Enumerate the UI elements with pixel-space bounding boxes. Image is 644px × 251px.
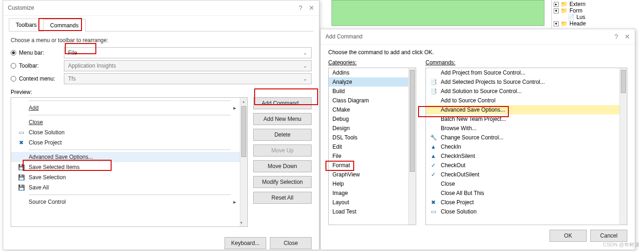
tab-commands[interactable]: Commands xyxy=(43,19,85,31)
help-icon[interactable]: ? xyxy=(614,33,618,40)
command-item[interactable]: Close All But This xyxy=(426,188,619,198)
scrollbar[interactable] xyxy=(619,68,627,225)
add-menu-button[interactable]: Add New Menu xyxy=(253,113,312,125)
scroll-up-icon[interactable]: ▴ xyxy=(240,98,247,105)
move-up-button[interactable]: Move Up xyxy=(253,144,312,157)
menu-item-close[interactable]: Close xyxy=(11,117,240,127)
command-icon: ✓ xyxy=(430,162,437,169)
choose-label: Choose a menu or toolbar to rearrange: xyxy=(11,37,312,44)
category-item[interactable]: Analyze xyxy=(329,77,416,87)
scrollbar[interactable] xyxy=(408,68,416,225)
help-icon[interactable]: ? xyxy=(299,4,302,12)
menu-item-save-selection[interactable]: 💾Save Selection xyxy=(11,172,240,182)
categories-listbox[interactable]: AddinsAnalyzeBuildClass DiagramCMakeDebu… xyxy=(328,68,416,225)
command-icon: ▲ xyxy=(430,144,437,150)
close-project-icon: ✖ xyxy=(18,139,25,146)
bg-highlight xyxy=(331,0,544,26)
category-item[interactable]: Load Test xyxy=(329,207,416,216)
move-down-button[interactable]: Move Down xyxy=(253,160,312,172)
customize-dialog: Customize ? ✕ Toolbars Commands Choose a… xyxy=(3,0,319,250)
tree-expand-icon[interactable]: ▸ xyxy=(554,2,559,7)
preview-label: Preview: xyxy=(11,89,312,95)
command-item[interactable]: 🔧Change Source Control... xyxy=(426,133,619,142)
category-item[interactable]: Build xyxy=(329,87,416,96)
preview-list: Add▸ Close ▭Close Solution ✖Close Projec… xyxy=(11,97,248,227)
menu-item-close-project[interactable]: ✖Close Project xyxy=(11,138,240,148)
reset-button[interactable]: Reset All xyxy=(253,192,312,204)
chevron-down-icon: ⌄ xyxy=(303,50,307,56)
category-item[interactable]: Help xyxy=(329,179,416,188)
category-item[interactable]: Format xyxy=(329,161,416,170)
keyboard-button[interactable]: Keyboard... xyxy=(225,237,266,249)
command-item[interactable]: 📑Add Selected Projects to Source Control… xyxy=(426,77,619,87)
scroll-thumb[interactable] xyxy=(241,106,246,157)
command-item[interactable]: Batch New Team Project... xyxy=(426,114,619,124)
menu-item-source-control[interactable]: Source Control▸ xyxy=(11,197,240,207)
tree-expand-icon[interactable]: ▾ xyxy=(554,8,559,13)
category-item[interactable]: Image xyxy=(329,188,416,198)
chevron-down-icon: ⌄ xyxy=(303,75,307,82)
command-icon: ▲ xyxy=(430,153,437,159)
delete-button[interactable]: Delete xyxy=(253,129,312,141)
command-icon: 📑 xyxy=(430,79,437,85)
command-item[interactable]: 📑Add Solution to Source Control... xyxy=(426,87,619,96)
command-icon: 📑 xyxy=(430,88,437,94)
prompt-label: Choose the command to add and click OK. xyxy=(328,49,627,56)
command-item[interactable]: Add to Source Control xyxy=(426,96,619,105)
category-item[interactable]: CMake xyxy=(329,105,416,114)
dialog-titlebar: Customize ? ✕ xyxy=(3,0,319,16)
categories-label: Categories: xyxy=(328,59,416,66)
submenu-arrow-icon: ▸ xyxy=(233,199,236,205)
category-item[interactable]: Addins xyxy=(329,68,416,77)
add-command-dialog: Add Command ? ✕ Choose the command to ad… xyxy=(320,29,635,250)
dialog-title: Customize xyxy=(8,5,34,11)
toolbar-select[interactable]: Application Insights⌄ xyxy=(64,60,312,71)
ok-button[interactable]: OK xyxy=(550,230,587,242)
save-icon: 💾 xyxy=(18,164,25,170)
commands-listbox[interactable]: Add Project from Source Control...📑Add S… xyxy=(425,68,627,225)
close-button[interactable]: Close xyxy=(270,237,312,249)
menu-item-save-selected[interactable]: 💾Save Selected Items xyxy=(11,162,240,172)
context-select[interactable]: Tfs⌄ xyxy=(64,73,312,84)
command-item[interactable]: Advanced Save Options... xyxy=(426,105,619,114)
add-command-button[interactable]: Add Command... xyxy=(253,97,312,109)
category-item[interactable]: Layout xyxy=(329,198,416,207)
save-icon: 💾 xyxy=(18,174,25,181)
menu-item-save-all[interactable]: 💾Save All xyxy=(11,182,240,193)
command-item[interactable]: ✖Close Project xyxy=(426,198,619,207)
command-item[interactable]: ✓CheckOutSilent xyxy=(426,170,619,179)
command-item[interactable]: ▭Close Solution xyxy=(426,207,619,216)
category-item[interactable]: Design xyxy=(329,124,416,133)
category-item[interactable]: File xyxy=(329,151,416,161)
modify-button[interactable]: Modify Selection xyxy=(253,176,312,188)
command-item[interactable]: ▲CheckInSilent xyxy=(426,151,619,161)
category-item[interactable]: Class Diagram xyxy=(329,96,416,105)
close-icon[interactable]: ✕ xyxy=(625,33,630,40)
command-item[interactable]: Add Project from Source Control... xyxy=(426,68,619,77)
radio-menubar[interactable] xyxy=(11,50,16,56)
command-item[interactable]: Browse With... xyxy=(426,124,619,133)
scrollbar[interactable]: ▴ ▾ xyxy=(240,98,247,226)
tree-expand-icon[interactable]: ▾ xyxy=(554,21,559,26)
close-icon[interactable]: ✕ xyxy=(309,4,314,12)
command-icon: ▭ xyxy=(430,208,437,215)
category-item[interactable]: GraphView xyxy=(329,170,416,179)
solution-explorer-fragment: ▸📁 Extern ▾📁 Form 📄 Lus ▾📁 Heade xyxy=(551,0,644,32)
save-all-icon: 💾 xyxy=(18,184,25,191)
command-icon: ✖ xyxy=(430,199,437,206)
cancel-button[interactable]: Cancel xyxy=(590,230,627,242)
menubar-select[interactable]: File⌄ xyxy=(64,47,312,58)
category-item[interactable]: Debug xyxy=(329,114,416,124)
radio-toolbar[interactable] xyxy=(11,63,16,69)
category-item[interactable]: DSL Tools xyxy=(329,133,416,142)
scroll-down-icon[interactable]: ▾ xyxy=(240,219,243,226)
command-item[interactable]: ✓CheckOut xyxy=(426,161,619,170)
command-item[interactable]: Close xyxy=(426,179,619,188)
command-item[interactable]: ▲CheckIn xyxy=(426,142,619,151)
radio-context[interactable] xyxy=(11,76,16,82)
tab-toolbars[interactable]: Toolbars xyxy=(9,19,44,31)
category-item[interactable]: Edit xyxy=(329,142,416,151)
menu-item-add[interactable]: Add▸ xyxy=(11,103,240,113)
menu-item-close-solution[interactable]: ▭Close Solution xyxy=(11,127,240,138)
menu-item-advanced-save[interactable]: Advanced Save Options... xyxy=(11,152,240,162)
